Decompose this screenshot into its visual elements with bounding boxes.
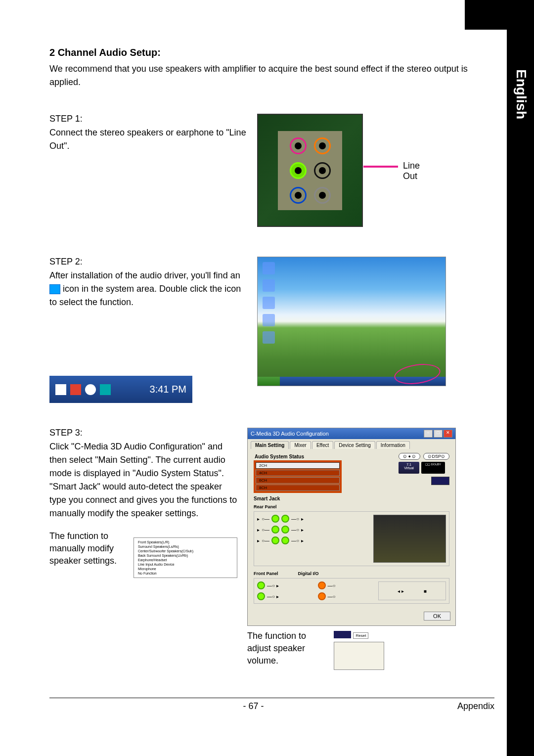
- step3-text: Click "C-Media 3D Audio Configuration" a…: [49, 440, 237, 520]
- tab-device-setting[interactable]: Device Setting: [334, 441, 375, 449]
- channel-2ch-button[interactable]: 2CH: [256, 462, 340, 469]
- systray-time: 3:41 PM: [150, 384, 186, 395]
- popup-item: Surround Speakers(Ls/Rs): [136, 544, 235, 549]
- step3-label: STEP 3:: [49, 428, 237, 438]
- systray-icon: [70, 384, 81, 395]
- popup-item: Microphone: [136, 567, 235, 571]
- tabs: Main Setting Mixer Effect Device Setting…: [248, 439, 455, 449]
- audio-panel-image: Line Out: [257, 114, 363, 227]
- volume-indicator-icon[interactable]: [431, 477, 449, 485]
- step2-text: After installation of the audio driver, …: [49, 269, 247, 309]
- xear-icon: [49, 284, 60, 294]
- titlebar: C-Media 3D Audio Configuration − □ ✕: [248, 428, 455, 439]
- systray-icon: [100, 384, 111, 395]
- reset-badge[interactable]: Reset: [353, 632, 368, 639]
- front-panel-label: Front Panel: [254, 571, 278, 576]
- minimize-icon[interactable]: −: [424, 430, 433, 438]
- lineout-label: Line Out: [403, 161, 420, 181]
- xear-3d-icon: [55, 384, 66, 395]
- audio-pill[interactable]: ⊙ ● ⊙: [399, 453, 420, 460]
- step1-label: STEP 1:: [49, 114, 247, 124]
- lineout-indicator-line: [363, 166, 398, 168]
- dsp-pill[interactable]: ⊙DSP⊙: [423, 453, 449, 460]
- step2-label: STEP 2:: [49, 257, 247, 267]
- smart-jack-label: Smart Jack: [254, 496, 449, 501]
- tab-main-setting[interactable]: Main Setting: [251, 441, 289, 449]
- ok-button[interactable]: OK: [424, 612, 450, 621]
- dolby-badge: ◻◻ DOLBY: [421, 462, 445, 474]
- audio-system-status-title: Audio System Status: [254, 453, 342, 460]
- speaker-popup: Front Speakers(L/R) Surround Speakers(Ls…: [134, 537, 237, 578]
- popup-item: No Function: [136, 571, 235, 576]
- popup-item: Front Speakers(L/R): [136, 540, 235, 544]
- config-window: C-Media 3D Audio Configuration − □ ✕ Mai…: [247, 428, 456, 626]
- systray-image: 3:41 PM: [49, 376, 192, 403]
- tab-effect[interactable]: Effect: [312, 441, 333, 449]
- popup-item: Center/Subwoofer Speakers(C/Sub): [136, 549, 235, 553]
- volume-icon: [334, 631, 351, 638]
- page-number: - 67 -: [243, 701, 264, 712]
- intro-text: We recommend that you use speakers with …: [49, 62, 485, 89]
- tab-information[interactable]: Information: [376, 441, 410, 449]
- desktop-screenshot: [257, 257, 446, 386]
- popup-item: Earphone/Headset: [136, 558, 235, 562]
- footer-section: Appendix: [457, 701, 494, 712]
- side-language-label: English: [513, 69, 529, 119]
- digital-io-label: Digital I/O: [298, 571, 319, 576]
- channel-8ch-button[interactable]: 8CH: [256, 485, 340, 491]
- maximize-icon[interactable]: □: [434, 430, 443, 438]
- volume-mini-panel: [334, 642, 384, 670]
- tab-mixer[interactable]: Mixer: [290, 441, 311, 449]
- page-heading: 2 Channel Audio Setup:: [49, 47, 485, 58]
- close-icon[interactable]: ✕: [444, 430, 452, 438]
- systray-icon: [85, 384, 96, 395]
- popup-item: Back Surround Speakers(Lb/Rb): [136, 553, 235, 558]
- channel-4ch-button[interactable]: 4CH: [256, 470, 340, 476]
- step1-text: Connect the stereo speakers or earphone …: [49, 126, 247, 153]
- popup-item: Line Input Audio Device: [136, 562, 235, 567]
- rear-panel-label: Rear Panel: [254, 504, 449, 509]
- start-button: [258, 377, 280, 386]
- annotation-left: The function to manually modify speaker …: [49, 530, 129, 568]
- annotation-right: The function to adjust speaker volume.: [247, 630, 329, 667]
- channel-6ch-button[interactable]: 6CH: [256, 477, 340, 484]
- speaker-visualization: [373, 515, 446, 563]
- virtual-71-badge: 7.1Virtual: [399, 462, 419, 474]
